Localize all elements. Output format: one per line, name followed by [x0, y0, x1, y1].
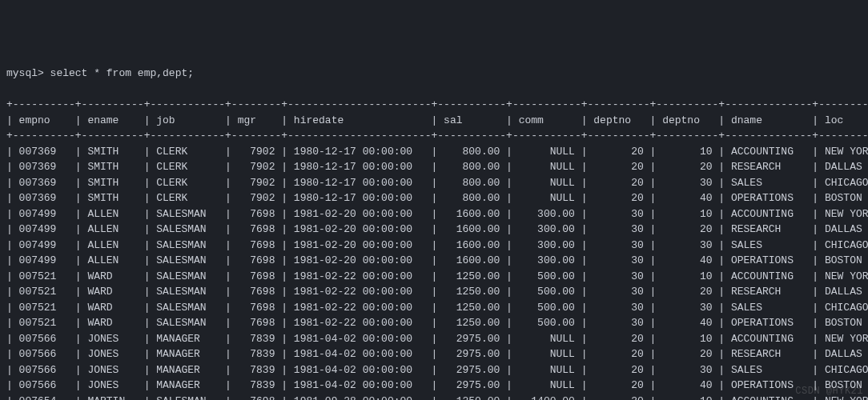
table-row: | 007521 | WARD | SALESMAN | 7698 | 1981…: [6, 269, 862, 285]
table-row: | 007521 | WARD | SALESMAN | 7698 | 1981…: [6, 300, 862, 316]
table-row: | 007369 | SMITH | CLERK | 7902 | 1980-1…: [6, 190, 862, 206]
table-header-row: | empno | ename | job | mgr | hiredate |…: [6, 113, 862, 129]
table-row: | 007654 | MARTIN | SALESMAN | 7698 | 19…: [6, 394, 862, 401]
table-separator: +----------+----------+------------+----…: [6, 97, 862, 113]
table-row: | 007566 | JONES | MANAGER | 7839 | 1981…: [6, 362, 862, 378]
watermark-text: CSDN @HYK21: [795, 384, 863, 398]
table-row: | 007499 | ALLEN | SALESMAN | 7698 | 198…: [6, 206, 862, 222]
table-row: | 007369 | SMITH | CLERK | 7902 | 1980-1…: [6, 159, 862, 175]
table-row: | 007499 | ALLEN | SALESMAN | 7698 | 198…: [6, 222, 862, 238]
table-row: | 007369 | SMITH | CLERK | 7902 | 1980-1…: [6, 144, 862, 160]
table-row: | 007499 | ALLEN | SALESMAN | 7698 | 198…: [6, 253, 862, 269]
query-result-table: +----------+----------+------------+----…: [6, 97, 862, 400]
table-row: | 007521 | WARD | SALESMAN | 7698 | 1981…: [6, 284, 862, 300]
table-row: | 007369 | SMITH | CLERK | 7902 | 1980-1…: [6, 175, 862, 191]
table-row: | 007521 | WARD | SALESMAN | 7698 | 1981…: [6, 315, 862, 331]
table-row: | 007499 | ALLEN | SALESMAN | 7698 | 198…: [6, 238, 862, 254]
table-row: | 007566 | JONES | MANAGER | 7839 | 1981…: [6, 378, 862, 394]
table-row: | 007566 | JONES | MANAGER | 7839 | 1981…: [6, 346, 862, 362]
table-row: | 007566 | JONES | MANAGER | 7839 | 1981…: [6, 331, 862, 347]
sql-prompt-line: mysql> select * from emp,dept;: [6, 66, 862, 82]
table-separator: +----------+----------+------------+----…: [6, 128, 862, 144]
